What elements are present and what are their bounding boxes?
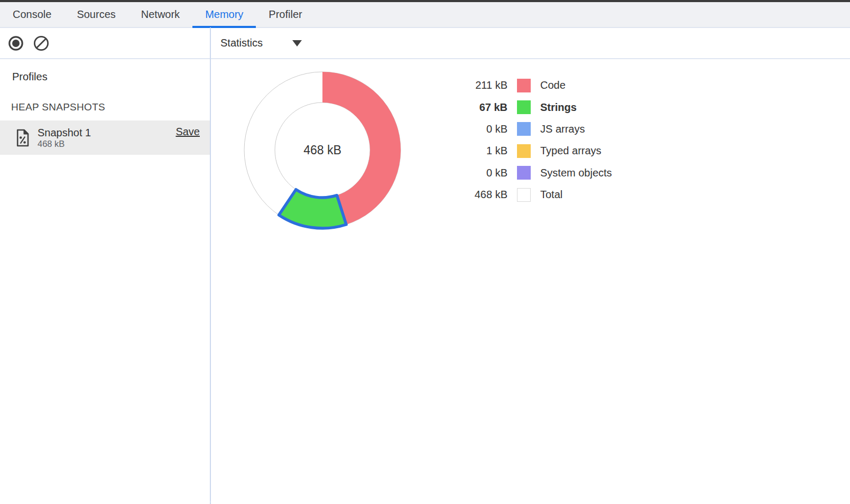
legend-row-code[interactable]: 211 kB Code <box>449 74 612 96</box>
snapshot-list-item[interactable]: Snapshot 1 468 kB Save <box>0 120 210 155</box>
donut-center-label: 468 kB <box>303 143 341 157</box>
legend-swatch-strings <box>517 100 531 114</box>
toolbar-left <box>0 28 210 58</box>
chart-legend: 211 kB Code 67 kB Strings 0 kB JS arrays… <box>449 74 612 206</box>
tab-profiler[interactable]: Profiler <box>256 2 315 27</box>
legend-label: Typed arrays <box>540 145 602 157</box>
devtools-tabbar: Console Sources Network Memory Profiler <box>0 2 850 28</box>
circle-slash-icon <box>33 35 49 51</box>
legend-swatch-js-arrays <box>517 122 531 136</box>
perspective-select[interactable]: Statistics <box>220 37 302 49</box>
legend-value: 0 kB <box>449 123 507 135</box>
heap-snapshot-document-icon <box>16 129 30 147</box>
legend-row-total[interactable]: 468 kB Total <box>449 184 612 206</box>
legend-value: 0 kB <box>449 167 507 179</box>
legend-value: 1 kB <box>449 145 507 157</box>
tab-network[interactable]: Network <box>128 2 192 27</box>
record-heap-snapshot-button[interactable] <box>8 35 24 51</box>
legend-label: Total <box>540 189 562 201</box>
snapshot-size: 468 kB <box>38 139 175 149</box>
toolbar-right: Statistics <box>210 28 850 58</box>
snapshot-texts: Snapshot 1 468 kB <box>38 126 175 149</box>
legend-value: 468 kB <box>449 189 507 201</box>
tab-memory[interactable]: Memory <box>192 2 256 27</box>
legend-row-strings[interactable]: 67 kB Strings <box>449 96 612 118</box>
legend-value: 67 kB <box>449 101 507 114</box>
legend-swatch-code <box>517 79 531 92</box>
tab-console[interactable]: Console <box>0 2 64 27</box>
tab-sources[interactable]: Sources <box>64 2 128 27</box>
legend-label: Code <box>540 79 566 91</box>
legend-value: 211 kB <box>449 79 507 91</box>
record-circle-icon <box>8 35 24 51</box>
legend-swatch-system-objects <box>517 166 531 180</box>
legend-swatch-typed-arrays <box>517 144 531 158</box>
legend-swatch-total <box>517 188 531 202</box>
donut-slice-strings[interactable] <box>279 190 346 228</box>
legend-label: JS arrays <box>540 123 585 135</box>
legend-row-typed-arrays[interactable]: 1 kB Typed arrays <box>449 140 612 162</box>
snapshot-name: Snapshot 1 <box>38 126 175 139</box>
legend-label: Strings <box>540 101 577 114</box>
heap-snapshots-section-header: HEAP SNAPSHOTS <box>11 101 105 113</box>
legend-row-js-arrays[interactable]: 0 kB JS arrays <box>449 118 612 140</box>
dropdown-triangle-icon <box>292 40 302 46</box>
legend-label: System objects <box>540 167 612 179</box>
heap-donut-chart: 468 kB <box>239 67 408 236</box>
statistics-view: 468 kB 211 kB Code 67 kB Strings 0 kB JS… <box>211 59 850 504</box>
perspective-select-value: Statistics <box>220 37 263 49</box>
legend-row-system-objects[interactable]: 0 kB System objects <box>449 162 612 184</box>
memory-toolbar: Statistics <box>0 28 850 59</box>
save-snapshot-link[interactable]: Save <box>175 126 200 138</box>
clear-profiles-button[interactable] <box>33 35 49 51</box>
profiles-sidebar: Profiles HEAP SNAPSHOTS Snapshot 1 468 k… <box>0 59 210 504</box>
sidebar-title: Profiles <box>12 71 48 83</box>
